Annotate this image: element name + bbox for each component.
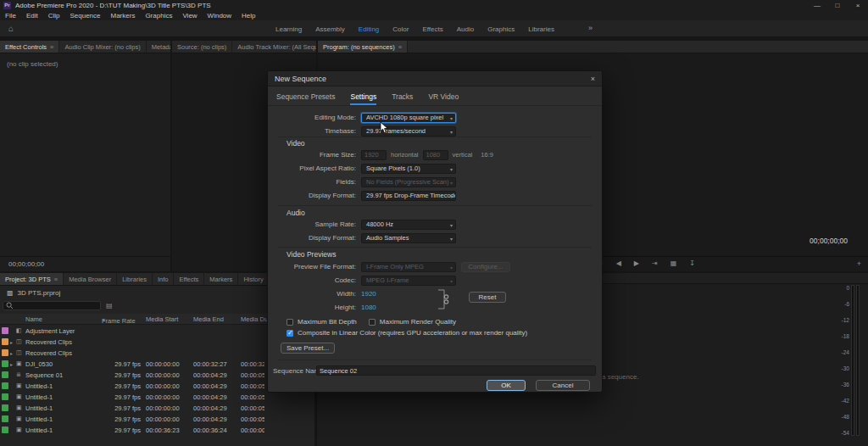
workspace-tab[interactable]: Graphics: [487, 25, 515, 33]
reset-button[interactable]: Reset: [469, 292, 506, 303]
save-preset-button[interactable]: Save Preset...: [281, 343, 335, 354]
panel-tab[interactable]: Source: (no clips) ≡: [172, 41, 232, 53]
panel-menu-icon[interactable]: ≡: [54, 276, 58, 283]
ok-button[interactable]: OK: [487, 380, 526, 391]
panel-menu-icon[interactable]: ≡: [50, 43, 53, 51]
label-color-chip[interactable]: [2, 426, 8, 433]
label-color-chip[interactable]: [2, 349, 8, 356]
panel-tab[interactable]: History ≡: [238, 273, 269, 285]
menu-item[interactable]: Sequence: [64, 12, 105, 20]
workspace-tab[interactable]: Audio: [457, 25, 474, 33]
label-color-chip[interactable]: [2, 360, 8, 367]
list-view-icon[interactable]: ▤: [106, 302, 113, 309]
source-timecode[interactable]: 00;00;00;00: [8, 260, 44, 268]
label-color-chip[interactable]: [2, 382, 8, 389]
menu-item[interactable]: Graphics: [140, 12, 177, 20]
search-input[interactable]: [15, 302, 97, 309]
label-color-chip[interactable]: [2, 327, 8, 334]
max-bit-depth-checkbox[interactable]: [287, 319, 293, 326]
panel-tab[interactable]: Media Browser ≡: [64, 273, 117, 285]
display-format-select[interactable]: 29.97 fps Drop-Frame Timecode ▾: [361, 191, 456, 201]
label-color-chip[interactable]: [2, 415, 8, 422]
panel-tab[interactable]: Audio Track Mixer: (All Sequences) ≡: [232, 41, 316, 53]
panel-tab[interactable]: Project: 3D PTS ≡: [0, 273, 64, 285]
dialog-title-bar[interactable]: New Sequence ×: [268, 71, 602, 86]
column-media-start[interactable]: Media Start: [146, 315, 178, 323]
panel-tab[interactable]: Program: (no sequences) ≡: [318, 41, 408, 53]
label-color-chip[interactable]: [2, 371, 8, 378]
panel-tab[interactable]: Effects ≡: [174, 273, 204, 285]
program-timecode[interactable]: 00;00;00;00: [810, 237, 848, 245]
panel-tab[interactable]: Info ≡: [153, 273, 175, 285]
panel-tab[interactable]: Libraries ≡: [117, 273, 153, 285]
close-button[interactable]: ×: [848, 0, 868, 11]
minimize-button[interactable]: —: [807, 0, 827, 11]
workspace-tab[interactable]: Editing: [359, 25, 379, 33]
sequence-name-input[interactable]: [316, 365, 596, 376]
max-render-quality-checkbox[interactable]: [369, 319, 376, 326]
dialog-tab[interactable]: Sequence Presets: [276, 92, 335, 105]
project-file-row[interactable]: ▩ 3D PTS.prproj: [0, 287, 60, 298]
pixel-aspect-select[interactable]: Square Pixels (1.0) ▾: [361, 164, 456, 174]
panel-tab[interactable]: Audio Clip Mixer: (no clips) ≡: [59, 41, 146, 53]
label-color-chip[interactable]: [2, 338, 8, 345]
table-row[interactable]: ▣ Untitled-1 29.97 fps 00:00:00:00 00:00…: [0, 414, 314, 425]
workspace-tab[interactable]: Libraries: [528, 25, 554, 33]
search-box[interactable]: [3, 301, 101, 310]
transport-icon[interactable]: ▶: [634, 259, 639, 267]
linear-color-checkbox[interactable]: [287, 330, 293, 337]
panel-tab[interactable]: Metadata ≡: [147, 41, 170, 53]
preview-width-value[interactable]: 1920: [361, 290, 376, 298]
column-media-duration[interactable]: Media Du: [241, 315, 268, 323]
menu-item[interactable]: Edit: [21, 12, 43, 20]
column-name[interactable]: Name: [25, 315, 42, 323]
label-color-chip[interactable]: [2, 393, 8, 400]
transport-icon[interactable]: ↧: [689, 259, 695, 267]
sample-rate-select[interactable]: 48000 Hz ▾: [361, 220, 456, 230]
link-width-height-icon[interactable]: [436, 287, 451, 312]
workspace-tab[interactable]: Color: [392, 25, 409, 33]
expand-chevron-icon[interactable]: ▸: [10, 350, 13, 356]
table-row[interactable]: ▣ Untitled-1 29.97 fps 00:00:00:00 00:00…: [0, 392, 314, 403]
label-color-chip[interactable]: [2, 404, 8, 411]
panel-tab[interactable]: Markers ≡: [204, 273, 238, 285]
menu-item[interactable]: View: [177, 12, 202, 20]
expand-chevron-icon[interactable]: ▸: [10, 339, 13, 345]
menu-item[interactable]: Clip: [43, 12, 65, 20]
workspace-tab[interactable]: Effects: [422, 25, 442, 33]
menu-item[interactable]: Markers: [106, 12, 141, 20]
workspace-overflow-icon[interactable]: »: [588, 24, 593, 32]
audio-display-format-select[interactable]: Audio Samples ▾: [361, 233, 456, 243]
column-media-end[interactable]: Media End: [193, 315, 224, 323]
frame-width-field[interactable]: [361, 150, 387, 160]
workspace-tab[interactable]: Assembly: [315, 25, 345, 33]
workspace-tab[interactable]: Learning: [275, 25, 302, 33]
frame-height-field[interactable]: [423, 150, 448, 160]
panel-tab-label: Metadata: [152, 43, 170, 51]
transport-icon[interactable]: ◀: [616, 259, 621, 267]
editing-mode-select[interactable]: AVCHD 1080p square pixel ▾: [361, 113, 456, 123]
preview-height-value[interactable]: 1080: [361, 304, 376, 311]
panel-menu-icon[interactable]: ≡: [398, 43, 402, 51]
table-row[interactable]: ▣ Untitled-1 29.97 fps 00:00:36:23 00:00…: [0, 425, 314, 436]
maximize-button[interactable]: □: [827, 0, 848, 11]
dialog-tab[interactable]: Tracks: [392, 92, 413, 105]
sort-asc-icon: ▲: [102, 317, 106, 322]
button-editor-icon[interactable]: +: [857, 259, 861, 268]
dialog-tab[interactable]: VR Video: [428, 92, 459, 105]
menu-item[interactable]: File: [0, 12, 21, 20]
dialog-tab[interactable]: Settings: [350, 92, 376, 105]
transport-icon[interactable]: ⇥: [652, 259, 658, 267]
dialog-title: New Sequence: [275, 75, 326, 83]
timebase-select[interactable]: 29.97 frames/second ▾: [361, 126, 456, 137]
menu-item[interactable]: Help: [236, 12, 260, 20]
dialog-close-icon[interactable]: ×: [591, 75, 595, 83]
home-icon[interactable]: ⌂: [8, 24, 14, 33]
menu-item[interactable]: Window: [203, 12, 236, 20]
panel-tab[interactable]: Effect Controls ≡: [0, 41, 59, 53]
cancel-button[interactable]: Cancel: [536, 380, 590, 391]
table-row[interactable]: ▣ Untitled-1 29.97 fps 00:00:00:00 00:00…: [0, 403, 314, 414]
chevron-down-icon: ▾: [450, 236, 453, 242]
transport-icon[interactable]: ▦: [670, 259, 677, 267]
expand-chevron-icon[interactable]: ▸: [10, 361, 13, 367]
